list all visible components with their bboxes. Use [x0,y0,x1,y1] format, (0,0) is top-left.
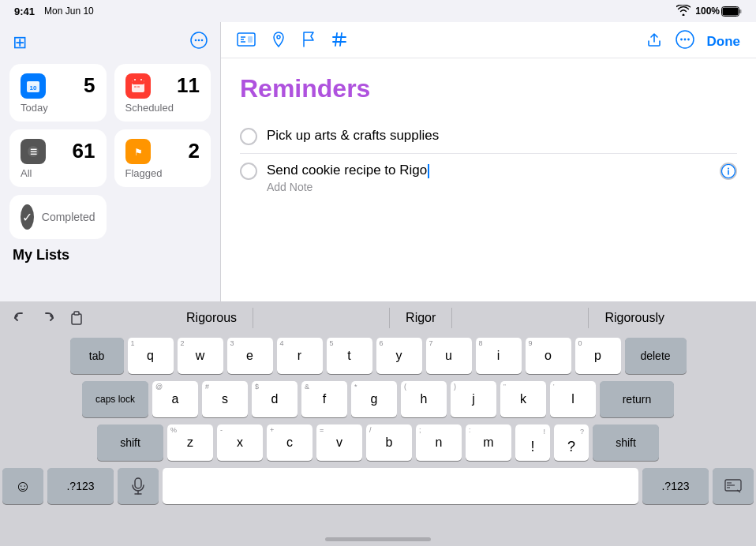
key-u[interactable]: 7u [426,338,472,374]
smart-list-completed[interactable]: ✓ Completed [9,195,107,239]
all-label: All [21,167,95,179]
svg-rect-13 [132,80,144,84]
key-v[interactable]: =v [316,424,362,461]
key-l[interactable]: 'l [550,381,596,417]
emoji-key[interactable]: ☺ [2,468,43,504]
more-icon[interactable] [676,30,694,53]
share-icon[interactable] [646,31,663,52]
key-row-3: shift %z -x +c =v /b ;n :m [2,424,754,461]
svg-rect-2 [739,9,742,13]
done-button[interactable]: Done [707,34,741,50]
key-x[interactable]: -x [217,424,263,461]
wifi-icon [676,5,691,18]
text-cursor [428,164,429,178]
keyboard-keys: tab 1q 2w 3e 4r 5t 6y 7u [0,335,756,507]
svg-text:☰: ☰ [30,148,37,156]
suggestion-1[interactable]: Rigorous [170,308,253,328]
reminder-checkbox-1[interactable] [240,128,257,145]
key-m[interactable]: :m [466,424,511,461]
key-z[interactable]: %z [167,424,213,461]
key-h[interactable]: (h [401,381,447,417]
keyboard: Rigorous Rigor Rigorously tab 1q 2w 3e 4… [0,301,756,546]
key-s[interactable]: #s [202,381,248,417]
key-o[interactable]: 9o [526,338,571,374]
key-b[interactable]: /b [366,424,412,461]
sidebar-more-icon[interactable] [190,32,208,53]
capslock-key[interactable]: caps lock [82,381,148,417]
key-q[interactable]: 1q [128,338,174,374]
key-i[interactable]: 8i [476,338,522,374]
key-p[interactable]: 0p [575,338,621,374]
svg-text:⚑: ⚑ [133,147,142,158]
key-d[interactable]: $d [252,381,298,417]
today-count: 5 [84,73,95,98]
today-icon: 10 [21,73,46,99]
key-r[interactable]: 4r [277,338,323,374]
redo-icon[interactable] [36,306,60,330]
sidebar-toggle-icon[interactable]: ⊞ [13,32,27,53]
predictive-bar: Rigorous Rigor Rigorously [0,301,756,335]
key-e[interactable]: 3e [227,338,273,374]
status-time: 9:41 [14,6,35,17]
reminder-text-2: Send cookie recipe to Rigo [267,162,710,179]
reminder-checkbox-2[interactable] [240,163,257,180]
key-w[interactable]: 2w [178,338,223,374]
shift-right-key[interactable]: shift [593,424,659,461]
hash-icon[interactable] [331,32,347,51]
smart-list-scheduled[interactable]: 11 Scheduled [114,64,211,122]
all-count: 61 [73,139,95,163]
paste-icon[interactable] [65,306,88,330]
shift-left-key[interactable]: shift [97,424,163,461]
key-question[interactable]: ? ? [554,424,589,461]
status-date: Mon Jun 10 [44,6,94,17]
flagged-icon: ⚑ [125,139,151,164]
key-f[interactable]: &f [301,381,347,417]
sidebar-header: ⊞ [9,32,211,53]
battery-icon: 100% [695,6,742,17]
reminder-note-2[interactable]: Add Note [267,181,710,193]
keyboard-dismiss-key[interactable] [713,468,754,504]
reminder-info-button-2[interactable] [720,163,737,180]
reminder-item-2[interactable]: Send cookie recipe to Rigo Add Note [240,154,737,201]
suggestion-2[interactable]: Rigor [389,308,452,328]
svg-point-26 [277,36,280,39]
key-t[interactable]: 5t [327,338,372,374]
reminder-item-1[interactable]: Pick up arts & crafts supplies [240,119,737,154]
flag-icon[interactable] [301,31,316,52]
reminder-text-1: Pick up arts & crafts supplies [267,127,737,144]
key-n[interactable]: ;n [416,424,462,461]
svg-rect-39 [74,312,79,315]
numbers-right-key[interactable]: .?123 [642,468,709,504]
delete-key[interactable]: delete [625,338,687,374]
scheduled-label: Scheduled [125,102,200,114]
smart-list-all[interactable]: ☰ 61 All [9,129,107,187]
space-key[interactable] [163,468,638,504]
key-c[interactable]: +c [267,424,313,461]
undo-icon[interactable] [8,306,32,330]
svg-point-33 [683,39,686,41]
location-icon[interactable] [271,31,286,52]
numbers-left-key[interactable]: .?123 [47,468,114,504]
key-k[interactable]: "k [500,381,546,417]
svg-line-28 [340,33,342,46]
smart-list-flagged[interactable]: ⚑ 2 Flagged [114,129,211,187]
key-row-1: tab 1q 2w 3e 4r 5t 6y 7u [2,338,754,374]
svg-rect-1 [723,7,739,15]
svg-rect-38 [72,314,81,324]
svg-rect-14 [134,86,137,88]
return-key[interactable]: return [600,381,674,417]
suggestion-3[interactable]: Rigorously [588,308,680,328]
tab-key[interactable]: tab [70,338,124,374]
mic-key[interactable] [118,468,159,504]
key-a[interactable]: @a [152,381,198,417]
svg-rect-15 [137,86,140,88]
smart-list-today[interactable]: 10 5 Today [9,64,107,122]
key-exclaim[interactable]: ! ! [515,424,550,461]
my-lists-label: My Lists [9,239,211,264]
key-g[interactable]: *g [351,381,397,417]
key-y[interactable]: 6y [376,338,422,374]
key-row-4: ☺ .?123 .?123 [2,468,754,504]
scheduled-count: 11 [177,73,200,98]
scan-icon[interactable] [237,32,256,51]
key-j[interactable]: )j [451,381,496,417]
